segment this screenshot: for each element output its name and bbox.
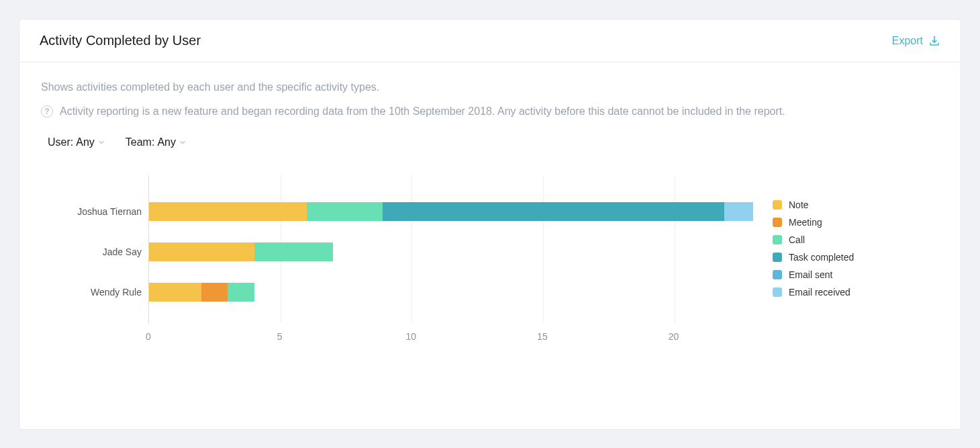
chevron-down-icon [179,138,187,146]
legend-swatch [773,235,782,244]
legend-item[interactable]: Meeting [773,217,854,228]
bar-segment[interactable] [724,202,753,221]
bar-segment[interactable] [254,242,333,261]
report-card: Activity Completed by User Export Shows … [19,19,961,430]
activity-chart: 05101520Joshua TiernanJade SayWendy Rule [68,175,752,350]
page-title: Activity Completed by User [40,33,201,48]
chart-wrap: 05101520Joshua TiernanJade SayWendy Rule… [41,175,939,350]
bar-row[interactable] [149,283,254,302]
bar-segment[interactable] [383,202,724,221]
legend-label: Task completed [789,252,854,263]
legend-item[interactable]: Call [773,234,854,245]
team-filter-value: Any [157,136,176,148]
info-notice: ? Activity reporting is a new feature an… [41,105,939,118]
legend-item[interactable]: Email sent [773,269,854,280]
bar-segment[interactable] [149,242,254,261]
legend-item[interactable]: Email received [773,287,854,298]
legend-swatch [773,287,782,297]
bar-segment[interactable] [228,283,254,302]
info-text: Activity reporting is a new feature and … [60,105,785,118]
x-tick-label: 5 [277,331,283,342]
y-category-label: Joshua Tiernan [77,206,142,217]
bar-row[interactable] [149,242,333,261]
report-description: Shows activities completed by each user … [41,81,939,93]
user-filter-value: Any [76,136,95,148]
export-button[interactable]: Export [892,35,940,47]
filters-row: User: Any Team: Any [41,136,939,148]
bar-segment[interactable] [149,202,307,221]
bar-segment[interactable] [307,202,383,221]
help-icon[interactable]: ? [41,105,53,118]
legend-item[interactable]: Task completed [773,252,854,263]
x-tick-label: 20 [669,331,679,342]
user-filter-label: User: [48,136,73,148]
legend-swatch [773,218,782,227]
card-body: Shows activities completed by each user … [19,62,961,429]
bar-row[interactable] [149,202,753,221]
legend-swatch [773,270,782,279]
export-label: Export [892,35,923,47]
download-icon [928,35,940,47]
card-header: Activity Completed by User Export [19,19,961,62]
plot-area [148,175,752,323]
legend-label: Call [789,234,805,245]
legend-label: Meeting [789,217,822,228]
y-category-label: Wendy Rule [91,287,142,298]
user-filter[interactable]: User: Any [48,136,105,148]
legend-label: Email received [789,287,850,298]
team-filter[interactable]: Team: Any [126,136,187,148]
gridline [675,175,675,323]
x-tick-label: 15 [537,331,548,342]
legend-label: Email sent [789,269,832,280]
bar-segment[interactable] [201,283,228,302]
x-tick-label: 10 [406,331,417,342]
team-filter-label: Team: [126,136,155,148]
y-category-label: Jade Say [103,247,142,257]
chart-legend: NoteMeetingCallTask completedEmail sentE… [773,199,854,298]
legend-swatch [773,253,782,262]
legend-item[interactable]: Note [773,199,854,210]
gridline [543,175,544,323]
legend-label: Note [789,199,809,210]
legend-swatch [773,200,782,210]
x-tick-label: 0 [146,331,151,342]
chevron-down-icon [97,138,105,146]
bar-segment[interactable] [149,283,201,302]
gridline [411,175,412,323]
